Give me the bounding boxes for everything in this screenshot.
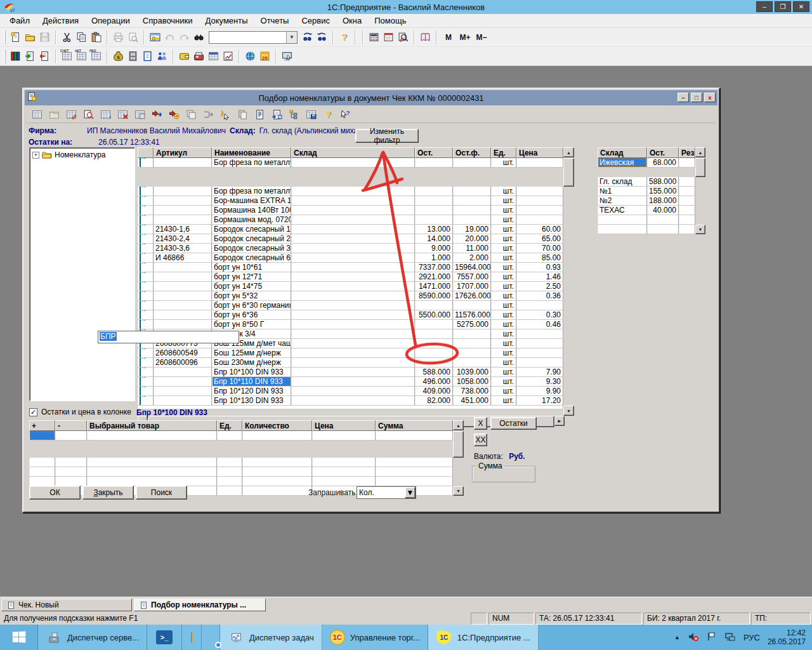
wh-scroll-down[interactable]: ▼ xyxy=(695,225,705,234)
cell-name[interactable]: Бош 125мм д/нерж xyxy=(212,348,291,358)
cell-name[interactable]: Бош 230мм д/нерж xyxy=(212,358,291,368)
memory-М-button[interactable]: М xyxy=(440,33,457,42)
quick-search-input[interactable]: БПР xyxy=(98,331,239,343)
table-row[interactable]: Бормашина мод. 07205шт. xyxy=(138,215,575,225)
column-4[interactable]: Ост. xyxy=(415,147,453,158)
language-indicator[interactable]: РУС xyxy=(743,633,760,642)
tray-clock[interactable]: 12:42 26.05.2017 xyxy=(768,628,806,646)
table-row[interactable]: борт ун 10*617337.00015964.000шт.0.93 xyxy=(138,263,575,272)
warehouse-row[interactable]: №1155.000 xyxy=(598,187,705,196)
clear-row-button[interactable]: X xyxy=(474,417,487,430)
wh-scroll-up[interactable]: ▲ xyxy=(695,147,705,157)
copy-rows-icon[interactable] xyxy=(184,107,199,122)
column-2[interactable]: Наименование xyxy=(212,147,291,158)
paste-icon[interactable] xyxy=(89,30,103,44)
cell-name[interactable]: борт ун 14*75 xyxy=(212,282,291,291)
cell-name[interactable]: Бородок слесарный 2,4 xyxy=(212,234,291,244)
menu-справочники[interactable]: Справочники xyxy=(137,15,199,27)
dialog-minimize-button[interactable]: – xyxy=(678,93,689,102)
tree-node-nomenclature[interactable]: + Номенклатура xyxy=(30,148,134,159)
window-tab[interactable]: Чек. Новый xyxy=(1,599,132,611)
column-7[interactable]: Цена xyxy=(516,147,563,158)
app-restore-button[interactable]: ❐ xyxy=(775,1,791,12)
table-scroll-right[interactable]: ► xyxy=(554,416,565,426)
chart-icon[interactable] xyxy=(221,49,235,63)
pko-doc-icon[interactable]: ПКО xyxy=(89,49,103,63)
warehouse-row[interactable] xyxy=(598,215,705,225)
access-key-icon[interactable] xyxy=(148,30,162,44)
cell-name[interactable]: Бпр 10*110 DIN 933 xyxy=(212,377,291,387)
sel-column-3[interactable]: Выбранный товар xyxy=(87,420,217,431)
cell-name[interactable]: Бородок слесарный 6,3 xyxy=(212,253,291,263)
warehouse-row[interactable]: Гл. склад588.000 xyxy=(598,177,705,187)
sel-scroll-thumb[interactable] xyxy=(453,431,464,458)
rest-price-checkbox[interactable]: ✓ xyxy=(29,408,37,416)
table-row[interactable]: И 46866Бородок слесарный 6,31.0002.000шт… xyxy=(138,253,575,263)
sel-column-7[interactable]: Сумма xyxy=(376,420,453,431)
column-6[interactable]: Ед. xyxy=(491,147,516,158)
menu-документы[interactable]: Документы xyxy=(200,15,254,27)
network-icon[interactable] xyxy=(724,632,736,644)
cell-name[interactable]: борт ун 8*50 Г xyxy=(212,320,291,329)
taskbar-app-управление-торг-[interactable]: 1СУправление торг... xyxy=(322,625,428,650)
table-scroll-up[interactable]: ▲ xyxy=(563,147,574,157)
table-row[interactable]: борт ун 6*365500.00011576.000шт.0.30 xyxy=(138,310,575,320)
column-3[interactable]: Склад xyxy=(291,147,415,158)
cell-name[interactable]: Бпр 10*120 DIN 933 xyxy=(212,387,291,396)
menu-окна[interactable]: Окна xyxy=(337,15,367,27)
table-row[interactable]: борт ун 6*30 германияшт. xyxy=(138,301,575,310)
doc-transfer-icon[interactable] xyxy=(270,107,284,122)
device-icon[interactable] xyxy=(192,49,206,63)
grid-copy-icon[interactable] xyxy=(133,107,147,122)
warehouse-row[interactable]: ▼ xyxy=(598,225,705,234)
start-button[interactable] xyxy=(0,625,38,650)
search-button[interactable]: Поиск xyxy=(136,486,187,500)
table-row[interactable]: 21430-2,4Бородок слесарный 2,414.00020.0… xyxy=(138,234,575,244)
cell-name[interactable]: борт ун 12*71 xyxy=(212,272,291,282)
table-row[interactable]: Бпр 10*100 DIN 933588.0001039.000шт.7.90 xyxy=(138,368,575,377)
books-icon[interactable] xyxy=(8,49,23,63)
akt-doc-icon[interactable]: АКТ xyxy=(74,49,89,63)
app-close-button[interactable]: ✕ xyxy=(793,1,809,12)
menu-отчеты[interactable]: Отчеты xyxy=(255,15,295,27)
table-row[interactable]: Бор-машина EXTRA 135шт. xyxy=(138,196,575,206)
table-scroll-down[interactable]: ▼ xyxy=(563,406,574,416)
nomenclature-tree[interactable]: + Номенклатура xyxy=(29,147,135,401)
sel-goods-row[interactable] xyxy=(29,431,464,458)
zoom-edit-icon[interactable] xyxy=(396,30,410,44)
cell-name[interactable]: Бородок слесарный 3,6 xyxy=(212,244,291,253)
table-row[interactable]: борт ун 5*328590.00017626.000шт.0.36 xyxy=(138,291,575,301)
copy-icon[interactable] xyxy=(74,30,89,44)
cell-name[interactable]: Бородок слесарный 1,6 xyxy=(212,225,291,234)
cell-name[interactable]: борт ун 6*30 германия xyxy=(212,301,291,310)
menu-операции[interactable]: Операции xyxy=(86,15,136,27)
cell-name[interactable]: Бпр 10*100 DIN 933 xyxy=(212,368,291,377)
toolbar-combobox-dropdown-icon[interactable]: ▼ xyxy=(286,32,297,43)
sel-goods-row[interactable] xyxy=(29,467,464,477)
cell-name[interactable]: Бор фреза по металлу ( xyxy=(212,187,291,196)
selected-goods-table[interactable]: +-Выбранный товарЕд.КоличествоЦенаСумма▲… xyxy=(29,420,464,479)
context-help-icon[interactable]: ? xyxy=(338,107,353,122)
wh-column-1[interactable]: Склад xyxy=(598,147,647,158)
table-row[interactable]: 2608600549Бош 125мм д/нержшт. xyxy=(138,348,575,358)
doc-out-icon[interactable] xyxy=(37,49,52,63)
table-row[interactable]: борт ун 12*712921.0007557.000шт.1.46 xyxy=(138,272,575,282)
table-row[interactable]: Бпр 10*120 DIN 933409.000738.000шт.9.90 xyxy=(138,387,575,396)
copy-buffer-icon[interactable] xyxy=(235,107,250,122)
move-in-cancel-icon[interactable] xyxy=(167,107,181,122)
sel-column-2[interactable]: - xyxy=(55,420,87,431)
cell-name[interactable]: Бор фреза по металлу ( xyxy=(212,158,291,168)
wallet-icon[interactable] xyxy=(177,49,192,63)
volume-muted-icon[interactable] xyxy=(688,632,699,644)
table-scroll-thumb[interactable] xyxy=(563,158,574,187)
table-row[interactable]: 21430-1,6Бородок слесарный 1,613.00019.0… xyxy=(138,225,575,234)
column-5[interactable]: Ост.ф. xyxy=(453,147,491,158)
taskbar-app-1с-предприятие-[interactable]: 1С1С:Предприятие ... xyxy=(428,625,539,650)
memory-М−-button[interactable]: М− xyxy=(473,33,490,42)
warehouse-table[interactable]: СкладОст.Рез.▲Ижевская68.000Гл. склад588… xyxy=(598,147,705,225)
menu-файл[interactable]: Файл xyxy=(4,15,36,27)
tray-expand-icon[interactable]: ▲ xyxy=(674,634,680,640)
ok-button[interactable]: ОК xyxy=(29,486,81,500)
dialog-restore-button[interactable]: □ xyxy=(691,93,702,102)
sel-goods-row[interactable] xyxy=(29,458,464,467)
